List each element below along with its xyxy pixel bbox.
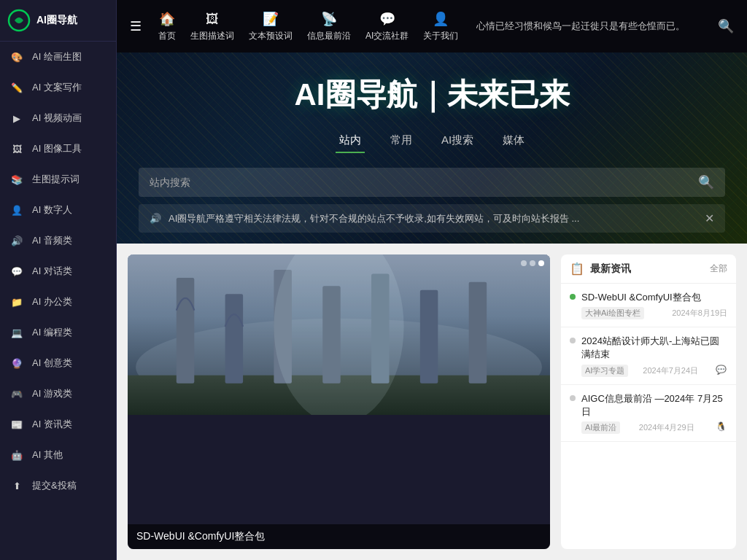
svg-point-12 [274,254,403,415]
main-content: ☰ 🏠 首页 🖼 生图描述词 📝 文本预设词 📡 信息最前沿 💬 AI交流社群 … [117,0,747,560]
notice-bar: 🔊 AI圈导航严格遵守相关法律法规，针对不合规的站点不予收录,如有失效网站，可及… [139,204,725,233]
topnav-item-home[interactable]: 🏠 首页 [151,7,183,46]
hero-section: AI圈导航｜未来已来 站内常用AI搜索媒体 🔍 🔊 AI圈导航严格遵守相关法律法… [117,52,747,244]
tab-site[interactable]: 站内 [336,130,365,153]
ai-video-icon: ▶ [9,110,25,126]
ai-drawing-label: AI 绘画生图 [32,50,82,63]
ai-community-label: AI交流社群 [365,30,409,42]
logo-icon [7,9,31,32]
news-item-header-2: 2024站酷设计师大趴-上海站已圆满结束 [570,335,727,361]
ai-office-label: AI 办公类 [32,295,72,308]
ai-creative-icon: 🔮 [9,355,25,371]
news-dot-2 [570,338,576,343]
submit-label: 提交&投稿 [32,479,77,492]
news-items: SD-WebUI &ComfyUI整合包 大神Ai绘图专栏 2024年8月19日… [561,284,736,442]
news-date-2: 2024年7月24日 [643,365,698,376]
sidebar-logo[interactable]: AI圈导航 [0,0,116,42]
news-item-title-2: 2024站酷设计师大趴-上海站已圆满结束 [581,335,727,361]
topnav-item-text-prompt[interactable]: 📝 文本预设词 [241,7,300,46]
featured-label: SD-WebUI &ComfyUI整合包 [128,524,550,549]
sidebar-item-submit[interactable]: ⬆ 提交&投稿 [0,470,116,501]
sidebar: AI圈导航 🎨 AI 绘画生图 ✏️ AI 文案写作 ▶ AI 视频动画 🖼 A… [0,0,117,560]
news-item-meta-3: AI最前沿 2024年4月29日 🐧 [570,421,727,434]
news-dot-1 [570,294,576,300]
news-item-2[interactable]: 2024站酷设计师大趴-上海站已圆满结束 AI学习专题 2024年7月24日 💬 [561,327,736,384]
ai-chat-label: AI 对话类 [32,265,72,278]
logo-text: AI圈导航 [36,14,77,27]
submit-icon: ⬆ [9,478,25,494]
ai-news-label: 信息最前沿 [307,30,351,42]
tab-ai-search[interactable]: AI搜索 [438,130,477,153]
ai-info-icon: 📰 [9,416,25,432]
sidebar-item-ai-creative[interactable]: 🔮 AI 创意类 [0,348,116,378]
ai-info-label: AI 资讯类 [32,418,72,431]
sidebar-item-ai-office[interactable]: 📁 AI 办公类 [0,287,116,317]
ai-creative-label: AI 创意类 [32,357,72,370]
news-all-button[interactable]: 全部 [710,262,727,275]
news-tag-3: AI最前沿 [581,421,620,434]
ai-copywriting-icon: ✏️ [9,79,25,96]
news-item-1[interactable]: SD-WebUI &ComfyUI整合包 大神Ai绘图专栏 2024年8月19日 [561,284,736,327]
news-item-meta-1: 大神Ai绘图专栏 2024年8月19日 [570,307,727,319]
news-item-title-3: AIGC信息最前沿 —2024年 7月25日 [581,392,727,419]
featured-image [128,254,550,415]
news-tag-2: AI学习专题 [581,365,628,377]
sidebar-item-ai-drawing[interactable]: 🎨 AI 绘画生图 [0,42,116,72]
dot-1[interactable] [521,260,527,266]
about-icon: 👤 [432,10,449,28]
featured-card[interactable]: SD-WebUI &ComfyUI整合包 [128,254,550,549]
menu-button[interactable]: ☰ [124,15,147,38]
notice-icon: 🔊 [150,213,161,224]
tab-media[interactable]: 媒体 [499,130,528,153]
ai-copywriting-label: AI 文案写作 [32,81,82,94]
news-item-3[interactable]: AIGC信息最前沿 —2024年 7月25日 AI最前沿 2024年4月29日 … [561,385,736,442]
content-area: SD-WebUI &ComfyUI整合包 📋 最新资讯 全部 SD-WebUI … [117,244,747,560]
dot-3[interactable] [538,260,544,266]
ai-community-icon: 💬 [379,10,396,28]
topnav-item-about[interactable]: 👤 关于我们 [416,7,465,46]
topnav-item-ai-news[interactable]: 📡 信息最前沿 [300,7,358,46]
sidebar-item-ai-coding[interactable]: 💻 AI 编程类 [0,317,116,348]
ai-image-tools-label: AI 图像工具 [32,142,82,155]
topnav-item-image-desc[interactable]: 🖼 生图描述词 [183,7,241,46]
search-bar: 🔍 [139,168,725,197]
news-item-header-1: SD-WebUI &ComfyUI整合包 [570,291,727,304]
news-social-3: 🐧 [716,421,727,433]
tab-common[interactable]: 常用 [387,130,416,153]
featured-img-inner [128,254,550,415]
news-item-title-1: SD-WebUI &ComfyUI整合包 [581,291,701,304]
sidebar-item-ai-copywriting[interactable]: ✏️ AI 文案写作 [0,72,116,103]
search-input[interactable] [150,168,698,197]
image-desc-label: 生图描述词 [190,30,234,42]
sidebar-item-ai-games[interactable]: 🎮 AI 游戏类 [0,378,116,409]
featured-dots [521,260,544,266]
home-icon: 🏠 [158,10,176,28]
ai-coding-label: AI 编程类 [32,326,72,339]
sidebar-item-ai-info[interactable]: 📰 AI 资讯类 [0,409,116,440]
news-date-1: 2024年8月19日 [672,308,727,319]
ai-coding-icon: 💻 [9,324,25,341]
sidebar-item-ai-image-tools[interactable]: 🖼 AI 图像工具 [0,133,116,164]
sidebar-item-ai-audio[interactable]: 🔊 AI 音频类 [0,225,116,256]
text-prompt-label: 文本预设词 [249,30,293,42]
ai-prompts-label: 生图提示词 [32,173,80,186]
sidebar-item-ai-avatar[interactable]: 👤 AI 数字人 [0,195,116,225]
sidebar-items: 🎨 AI 绘画生图 ✏️ AI 文案写作 ▶ AI 视频动画 🖼 AI 图像工具… [0,42,116,501]
hero-title: AI圈导航｜未来已来 [117,52,747,126]
ai-other-icon: 🤖 [9,447,25,463]
sidebar-item-ai-prompts[interactable]: 📚 生图提示词 [0,164,116,195]
sidebar-item-ai-other[interactable]: 🤖 AI 其他 [0,440,116,470]
ai-other-label: AI 其他 [32,448,63,462]
topnav-item-ai-community[interactable]: 💬 AI交流社群 [358,7,416,46]
dot-2[interactable] [530,260,535,266]
topnav-search-button[interactable]: 🔍 [712,15,740,38]
topnav: ☰ 🏠 首页 🖼 生图描述词 📝 文本预设词 📡 信息最前沿 💬 AI交流社群 … [117,0,747,52]
news-panel: 📋 最新资讯 全部 SD-WebUI &ComfyUI整合包 大神Ai绘图专栏 … [561,254,736,549]
search-submit-button[interactable]: 🔍 [698,174,714,190]
notice-close-button[interactable]: ✕ [705,211,714,225]
sidebar-item-ai-chat[interactable]: 💬 AI 对话类 [0,256,116,287]
news-panel-header: 📋 最新资讯 全部 [561,254,736,284]
ai-office-icon: 📁 [9,294,25,310]
home-label: 首页 [158,30,176,42]
sidebar-item-ai-video[interactable]: ▶ AI 视频动画 [0,103,116,133]
